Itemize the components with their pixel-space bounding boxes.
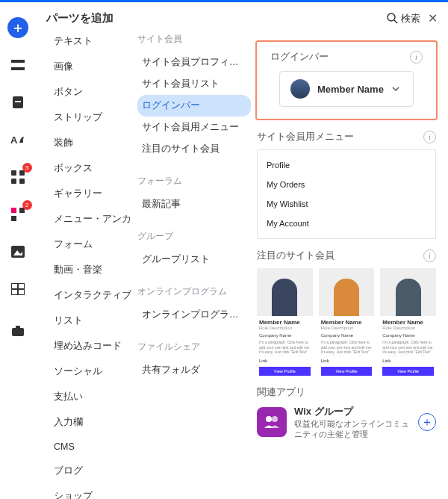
view-profile-button[interactable]: View Profile [382, 367, 434, 376]
subgroup-head: オンラインプログラム [137, 285, 251, 298]
svg-rect-9 [11, 208, 16, 213]
business-icon[interactable] [7, 320, 28, 341]
view-profile-button[interactable]: View Profile [321, 367, 373, 376]
member-card-link: Link [382, 359, 434, 363]
view-profile-button[interactable]: View Profile [259, 367, 311, 376]
svg-point-19 [388, 13, 395, 21]
category-item[interactable]: ショップ [46, 488, 100, 499]
rows-icon[interactable] [7, 55, 28, 75]
category-item[interactable]: インタラクティブ [46, 287, 131, 304]
subgroup-item[interactable]: 共有フォルダ [137, 359, 251, 381]
search-icon [387, 13, 398, 24]
svg-rect-18 [16, 326, 20, 329]
member-menu-item[interactable]: My Wishlist [267, 199, 426, 208]
subgroup-item[interactable]: サイト会員リスト [137, 73, 251, 95]
member-card[interactable]: Member NameRole DescriptionCompany NameI… [380, 268, 436, 376]
category-item[interactable]: CMS [46, 439, 82, 454]
info-button[interactable]: i [423, 131, 436, 143]
category-item[interactable]: ソーシャル [46, 363, 110, 380]
svg-rect-8 [19, 179, 25, 184]
subgroup-head: フォーラム [137, 175, 251, 187]
add-element-button[interactable]: ＋ [7, 17, 28, 38]
member-card-name: Member Name [259, 319, 311, 326]
table-icon[interactable] [7, 279, 28, 300]
category-item[interactable]: フォーム [46, 236, 100, 253]
member-card[interactable]: Member NameRole DescriptionCompany NameI… [319, 268, 375, 376]
subgroup-head: サイト会員 [137, 33, 251, 46]
member-menu-section-title: サイト会員用メニュー [257, 131, 354, 143]
close-button[interactable]: ✕ [428, 11, 438, 25]
svg-text:A: A [10, 134, 18, 146]
subgroup-head: ファイルシェア [137, 341, 251, 353]
layout-icon[interactable]: 2 [7, 204, 28, 225]
related-apps-section-title: 関連アプリ [257, 386, 305, 399]
category-item[interactable]: 画像 [46, 58, 81, 75]
subcategory-column: サイト会員サイト会員プロフィ…サイト会員リストログインバーサイト会員用メニュー注… [131, 33, 251, 499]
svg-rect-7 [11, 179, 16, 184]
subgroup-item[interactable]: ログインバー [137, 95, 251, 117]
category-item[interactable]: 埋め込みコード [46, 338, 129, 355]
loginbar-widget[interactable]: Member Name [279, 71, 414, 107]
loginbar-preview-frame: ログインバー i Member Name [255, 40, 438, 120]
featured-members-widget[interactable]: Member NameRole DescriptionCompany NameI… [257, 268, 436, 376]
loginbar-section-title: ログインバー [270, 51, 329, 63]
category-item[interactable]: 支払い [46, 388, 90, 406]
category-item[interactable]: ギャラリー [46, 185, 110, 202]
member-name: Member Name [317, 84, 384, 95]
member-card-company: Company Name [382, 333, 434, 338]
preview-column: ログインバー i Member Name サイト会員用メニュー i Profil… [251, 33, 448, 499]
member-card[interactable]: Member NameRole DescriptionCompany NameI… [257, 268, 313, 376]
member-card-name: Member Name [382, 319, 434, 326]
category-item[interactable]: 装飾 [46, 134, 81, 152]
category-item[interactable]: ブログ [46, 462, 90, 480]
icon-rail: ＋ A 3 2 [0, 2, 36, 499]
member-card-name: Member Name [321, 319, 373, 326]
member-card-desc: I'm a paragraph. Click here to add your … [259, 340, 311, 356]
svg-rect-0 [11, 60, 25, 63]
badge: 3 [22, 163, 32, 173]
related-app-title: Wix グループ [294, 405, 411, 418]
page-icon[interactable] [7, 92, 28, 113]
member-card-desc: I'm a paragraph. Click here to add your … [321, 340, 373, 356]
subgroup-item[interactable]: サイト会員プロフィ… [137, 52, 251, 73]
member-menu-item[interactable]: My Account [267, 219, 426, 228]
design-icon[interactable]: A [7, 129, 28, 150]
member-card-role: Role Description [382, 326, 434, 330]
member-card-company: Company Name [259, 333, 311, 338]
image-icon[interactable] [7, 241, 28, 262]
search-label: 検索 [401, 12, 420, 25]
category-item[interactable]: 入力欄 [46, 414, 90, 431]
subgroup-head: グループ [137, 230, 251, 243]
subgroup-item[interactable]: 最新記事 [137, 193, 251, 215]
member-card-role: Role Description [321, 326, 373, 330]
category-item[interactable]: ストリップ [46, 109, 110, 126]
info-button[interactable]: i [423, 250, 436, 262]
subgroup-item[interactable]: グループリスト [137, 249, 251, 270]
category-item[interactable]: メニュー・アンカー [46, 211, 131, 228]
member-menu-item[interactable]: My Orders [267, 180, 426, 189]
apps-grid-icon[interactable]: 3 [7, 167, 28, 187]
subgroup-item[interactable]: オンラインプログラ… [137, 304, 251, 326]
badge: 2 [22, 200, 32, 210]
category-item[interactable]: 動画・音楽 [46, 261, 110, 279]
category-item[interactable]: リスト [46, 312, 90, 329]
search-button[interactable]: 検索 [387, 12, 420, 25]
info-button[interactable]: i [410, 51, 423, 63]
chevron-down-icon [391, 84, 400, 93]
category-list: テキスト画像ボタンストリップ装飾ボックスギャラリーメニュー・アンカーフォーム動画… [46, 33, 131, 499]
category-item[interactable]: テキスト [46, 33, 100, 50]
member-menu-widget[interactable]: ProfileMy OrdersMy WishlistMy Account [257, 149, 436, 239]
svg-rect-3 [15, 101, 21, 102]
member-menu-item[interactable]: Profile [267, 161, 426, 170]
category-item[interactable]: ボタン [46, 84, 90, 101]
member-card-link: Link [321, 359, 373, 363]
category-item[interactable]: ボックス [46, 160, 100, 177]
subgroup-item[interactable]: 注目のサイト会員 [137, 138, 251, 160]
svg-rect-17 [12, 328, 24, 336]
related-app-row[interactable]: Wix グループ 収益化可能なオンラインコミュニティの主催と管理 ＋ [257, 405, 436, 440]
add-app-button[interactable]: ＋ [418, 413, 436, 431]
subgroup-item[interactable]: サイト会員用メニュー [137, 117, 251, 138]
svg-point-21 [266, 416, 272, 422]
svg-rect-5 [11, 170, 16, 176]
member-card-company: Company Name [321, 333, 373, 338]
